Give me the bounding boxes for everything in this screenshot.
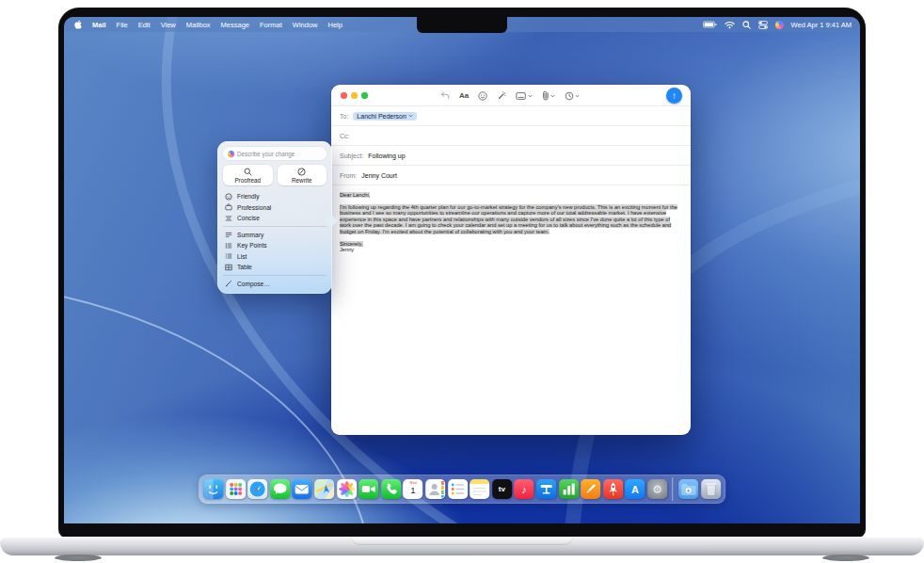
to-field[interactable]: To: Lanchi Pederson — [331, 106, 691, 126]
writing-tools-button[interactable] — [497, 91, 506, 101]
chevron-down-icon — [550, 94, 555, 98]
dock-app-music[interactable]: ♪ — [514, 479, 534, 499]
calendar-day: 1 — [404, 486, 423, 495]
dock-downloads-folder[interactable] — [678, 479, 698, 499]
compose-pencil-icon — [225, 280, 232, 287]
recipient-token[interactable]: Lanchi Pederson — [353, 112, 417, 121]
menu-item-edit[interactable]: Edit — [138, 21, 151, 29]
selected-text: I'm following up regarding the 4th quart… — [340, 204, 677, 234]
list-icon — [225, 252, 232, 260]
dock-app-maps[interactable] — [314, 479, 334, 499]
dock-app-pages[interactable] — [581, 479, 600, 499]
tone-concise[interactable]: Concise — [223, 213, 327, 224]
send-later-button[interactable] — [565, 91, 580, 101]
dock-divider — [673, 477, 674, 501]
rewrite-button[interactable]: Rewrite — [278, 165, 327, 185]
key-points-icon — [225, 242, 232, 249]
dock-app-calendar[interactable]: Wed 1 — [404, 479, 423, 499]
menu-bar-clock[interactable]: Wed Apr 1 9:41 AM — [791, 21, 852, 29]
subject-field[interactable]: Subject: Following up — [331, 146, 691, 166]
search-icon[interactable] — [742, 21, 751, 29]
transform-key-points[interactable]: Key Points — [223, 240, 327, 251]
cc-field[interactable]: Cc: — [331, 126, 691, 146]
table-icon — [225, 264, 232, 271]
battery-icon[interactable] — [703, 21, 717, 28]
describe-change-placeholder: Describe your change — [237, 151, 295, 157]
dock-app-messages[interactable] — [270, 479, 290, 499]
dock-app-numbers[interactable] — [559, 479, 579, 499]
mail-compose-window: Aa — [331, 85, 691, 435]
selected-text: Sincerely, — [340, 241, 363, 247]
header-fields: To: Lanchi Pederson Cc: Subject: Followi… — [331, 105, 691, 185]
friendly-smiley-icon — [225, 193, 232, 201]
dock-app-app-store[interactable]: A — [625, 479, 645, 499]
compose-menu-item[interactable]: Compose… — [223, 279, 327, 290]
rewrite-pencil-icon — [297, 168, 306, 176]
signature: Jenny — [340, 247, 678, 253]
dock-app-contacts[interactable] — [425, 479, 445, 499]
menu-item-window[interactable]: Window — [293, 21, 318, 29]
tone-professional[interactable]: Professional — [223, 202, 327, 214]
dock-app-photos[interactable] — [337, 479, 357, 499]
music-note-icon: ♪ — [521, 484, 527, 495]
wifi-icon[interactable] — [725, 21, 735, 29]
header-fields-button[interactable] — [516, 91, 533, 101]
summary-icon — [225, 231, 232, 238]
dock-app-reminders[interactable] — [448, 479, 468, 499]
dock-app-tv[interactable]: tv — [492, 479, 512, 499]
dock-trash[interactable] — [701, 479, 721, 499]
macbook-screen: Mail File Edit View Mailbox Message Form… — [64, 17, 860, 523]
chevron-down-icon — [528, 94, 533, 98]
window-titlebar[interactable]: Aa — [331, 85, 691, 105]
message-body[interactable]: Dear Lanchi, I'm following up regarding … — [331, 185, 687, 260]
dock-app-launchpad[interactable] — [226, 479, 246, 499]
tone-friendly[interactable]: Friendly — [223, 191, 327, 202]
selected-text: Dear Lanchi, — [340, 192, 370, 198]
menu-item-format[interactable]: Format — [260, 21, 282, 29]
attach-file-button[interactable] — [542, 90, 555, 101]
menu-item-mail[interactable]: Mail — [92, 21, 106, 29]
concise-lines-icon — [225, 215, 232, 222]
macbook-foot — [55, 555, 102, 561]
dock-app-phone[interactable] — [381, 479, 401, 499]
chevron-down-icon — [408, 114, 413, 118]
emoji-picker-button[interactable] — [478, 91, 487, 101]
dock-app-system-settings[interactable]: ⚙ — [647, 479, 667, 499]
siri-icon[interactable] — [775, 21, 784, 29]
undo-button[interactable] — [440, 91, 450, 100]
control-center-icon[interactable] — [758, 21, 768, 29]
dock-app-rocket[interactable] — [603, 479, 623, 499]
format-text-button[interactable]: Aa — [459, 91, 469, 100]
menu-item-file[interactable]: File — [117, 21, 128, 29]
transform-table[interactable]: Table — [223, 262, 327, 273]
divider — [223, 226, 327, 227]
transform-list[interactable]: List — [223, 251, 327, 263]
apple-menu-icon[interactable] — [74, 20, 82, 29]
divider — [223, 275, 327, 276]
menu-item-mailbox[interactable]: Mailbox — [186, 21, 211, 29]
apple-intelligence-icon — [228, 151, 234, 157]
macbook-foot — [822, 555, 869, 561]
dock-app-finder[interactable] — [203, 479, 223, 499]
app-store-logo: A — [631, 484, 639, 495]
chevron-down-icon — [575, 94, 580, 98]
menu-item-view[interactable]: View — [161, 21, 176, 29]
dock-app-notes[interactable] — [470, 479, 489, 499]
transform-summary[interactable]: Summary — [223, 230, 327, 241]
menu-item-help[interactable]: Help — [327, 21, 342, 29]
dock-app-facetime[interactable] — [358, 479, 378, 499]
proofread-button[interactable]: Proofread — [223, 165, 273, 185]
writing-tools-popover: Describe your change Proofread Rewrite — [217, 141, 332, 294]
describe-change-input[interactable]: Describe your change — [223, 147, 327, 160]
menu-item-message[interactable]: Message — [221, 21, 249, 29]
minimize-window-button[interactable] — [351, 92, 358, 99]
dock-app-keynote[interactable] — [536, 479, 556, 499]
screenshot-stage: Mail File Edit View Mailbox Message Form… — [0, 0, 924, 563]
gear-icon: ⚙ — [652, 483, 662, 496]
dock-app-safari[interactable] — [247, 479, 267, 499]
zoom-window-button[interactable] — [361, 92, 368, 99]
close-window-button[interactable] — [341, 92, 347, 99]
dock-app-mail[interactable] — [293, 479, 312, 499]
send-button[interactable]: ↑ — [666, 88, 682, 104]
from-field[interactable]: From: Jenny Court — [331, 166, 691, 185]
